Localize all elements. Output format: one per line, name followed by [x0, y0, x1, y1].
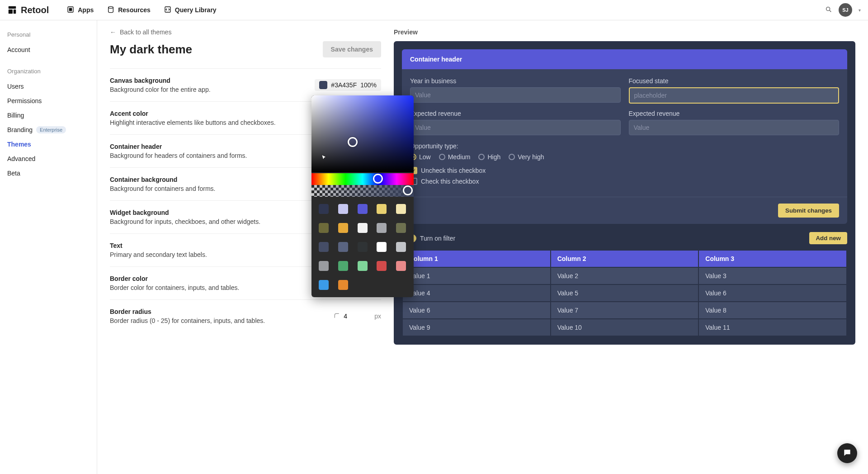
svg-point-7: [826, 7, 830, 10]
color-swatch[interactable]: [377, 242, 387, 252]
database-icon: [107, 6, 114, 14]
color-swatch[interactable]: [319, 204, 329, 214]
table-header-cell[interactable]: Column 2: [551, 251, 698, 267]
table-row[interactable]: Value 4Value 5Value 6: [403, 285, 846, 301]
color-swatch[interactable]: [338, 223, 348, 233]
color-swatch[interactable]: [338, 242, 348, 252]
color-swatch[interactable]: [319, 280, 329, 290]
radio-dot-icon: [439, 154, 445, 160]
sidebar-item-label: Advanced: [7, 155, 35, 162]
field-focused-input[interactable]: [629, 87, 840, 104]
color-swatch[interactable]: [396, 242, 406, 252]
logo[interactable]: Retool: [7, 5, 49, 15]
table-row[interactable]: Value 1Value 2Value 3: [403, 268, 846, 284]
table-cell: Value 7: [551, 302, 698, 318]
save-changes-button[interactable]: Save changes: [323, 41, 381, 57]
color-swatch[interactable]: [396, 223, 406, 233]
color-swatch[interactable]: [358, 223, 368, 233]
radio-dot-icon: [478, 154, 485, 160]
color-swatch[interactable]: [319, 261, 329, 271]
color-swatch[interactable]: [396, 204, 406, 214]
preview-panel: Preview Container header Year in busines…: [394, 28, 855, 466]
table-row[interactable]: Value 6Value 7Value 8: [403, 302, 846, 318]
sidebar-item-label: Billing: [7, 112, 24, 119]
avatar-initials: SJ: [842, 7, 848, 13]
table-cell: Value 6: [403, 302, 550, 318]
sidebar-item-label: Permissions: [7, 97, 42, 104]
color-swatch[interactable]: [396, 261, 406, 271]
avatar[interactable]: SJ: [839, 3, 852, 17]
sidebar-item-advanced[interactable]: Advanced: [7, 152, 90, 166]
nav-query-label: Query Library: [175, 6, 217, 14]
table-header-cell[interactable]: Column 3: [699, 251, 846, 267]
sidebar-item-label: Beta: [7, 170, 20, 177]
saturation-value-panel[interactable]: [311, 95, 414, 172]
sidebar-item-users[interactable]: Users: [7, 79, 90, 94]
nav-resources[interactable]: Resources: [107, 6, 151, 14]
radio-high[interactable]: High: [478, 153, 500, 161]
color-swatch[interactable]: [377, 261, 387, 271]
chevron-down-icon[interactable]: ▾: [859, 8, 861, 13]
sidebar-item-label: Account: [7, 46, 30, 53]
checkbox-check[interactable]: Check this checkbox: [410, 178, 839, 185]
color-swatch[interactable]: [377, 204, 387, 214]
retool-logo-icon: [7, 5, 17, 15]
color-swatch[interactable]: [319, 223, 329, 233]
setting-canvas-desc: Background color for the entire app.: [110, 86, 307, 93]
radio-group: Low Medium High Very high: [410, 153, 839, 161]
color-swatch[interactable]: [338, 280, 348, 290]
sidebar-section-personal: Personal: [7, 31, 90, 38]
alpha-cursor[interactable]: [403, 185, 413, 195]
canvas-alpha: 100%: [360, 81, 377, 89]
sidebar-item-label: Users: [7, 83, 24, 90]
color-swatch[interactable]: [377, 223, 387, 233]
sidebar-item-label: Branding: [7, 126, 33, 133]
table-row[interactable]: Value 9Value 10Value 11: [403, 319, 846, 336]
setting-radius-desc: Border radius (0 - 25) for containers, i…: [110, 317, 326, 324]
sidebar-item-account[interactable]: Account: [7, 43, 90, 57]
sidebar-item-permissions[interactable]: Permissions: [7, 94, 90, 108]
radius-input[interactable]: [344, 313, 371, 320]
search-icon[interactable]: [825, 6, 832, 14]
setting-border-label: Border color: [110, 275, 308, 282]
color-swatch[interactable]: [319, 242, 329, 252]
color-swatch[interactable]: [358, 261, 368, 271]
sidebar-item-branding[interactable]: Branding Enterprise: [7, 123, 90, 137]
canvas-color-chip[interactable]: #3A435F 100%: [315, 79, 381, 91]
field-rev1-label: Expected revenue: [410, 110, 621, 117]
sidebar-item-beta[interactable]: Beta: [7, 166, 90, 180]
sidebar-item-billing[interactable]: Billing: [7, 108, 90, 123]
submit-changes-button[interactable]: Submit changes: [778, 204, 839, 218]
opportunity-label: Opportunity type:: [410, 142, 839, 150]
color-swatch[interactable]: [338, 204, 348, 214]
back-link[interactable]: ← Back to all themes: [110, 28, 381, 36]
color-swatch[interactable]: [338, 261, 348, 271]
field-rev2-input[interactable]: [629, 120, 840, 135]
table-cell: Value 1: [403, 268, 550, 284]
table-cell: Value 6: [699, 285, 846, 301]
nav-resources-label: Resources: [118, 6, 151, 14]
sidebar-item-themes[interactable]: Themes: [7, 137, 90, 152]
table-cell: Value 4: [403, 285, 550, 301]
nav-query-library[interactable]: Query Library: [164, 6, 217, 14]
alpha-slider[interactable]: [311, 185, 414, 197]
field-year-input[interactable]: [410, 87, 621, 103]
sv-cursor[interactable]: [348, 137, 358, 147]
nav-apps[interactable]: Apps: [67, 6, 94, 14]
radio-very-high[interactable]: Very high: [509, 153, 544, 161]
help-button[interactable]: [837, 443, 857, 463]
hue-cursor[interactable]: [373, 174, 383, 184]
field-rev1-input[interactable]: [410, 120, 621, 135]
radio-medium[interactable]: Medium: [439, 153, 471, 161]
add-new-button[interactable]: Add new: [809, 232, 847, 244]
radio-label: High: [487, 153, 500, 161]
table-cell: Value 8: [699, 302, 846, 318]
hue-slider[interactable]: [311, 173, 414, 185]
table-cell: Value 5: [551, 285, 698, 301]
color-swatch[interactable]: [358, 242, 368, 252]
color-swatch[interactable]: [358, 204, 368, 214]
svg-rect-4: [69, 8, 72, 11]
table-header-cell[interactable]: Column 1: [403, 251, 550, 267]
checkbox-uncheck[interactable]: ✓Uncheck this checkbox: [410, 167, 839, 174]
radio-dot-icon: [509, 154, 515, 160]
